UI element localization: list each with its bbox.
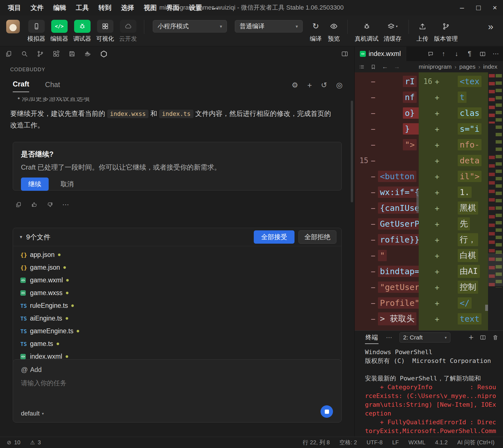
- tab-chat[interactable]: Chat: [45, 81, 60, 92]
- status-item[interactable]: 空格: 2: [339, 439, 357, 446]
- status-item[interactable]: 4.1.2: [435, 439, 448, 446]
- stop-generation-button[interactable]: [321, 405, 333, 418]
- file-row[interactable]: TSruleEngine.ts: [13, 299, 341, 312]
- mode-select[interactable]: 小程序模式 ▾: [153, 20, 227, 33]
- minimap[interactable]: [488, 72, 503, 330]
- tool-clear-cache[interactable]: ▾ 清缓存: [384, 20, 401, 43]
- file-row[interactable]: <>game.wxss: [13, 287, 341, 299]
- minimap-slider[interactable]: [488, 253, 503, 286]
- container-icon[interactable]: [84, 50, 91, 57]
- panel-scrollbar[interactable]: [351, 101, 353, 202]
- thumbs-down-icon[interactable]: [46, 202, 54, 208]
- minimize-button[interactable]: –: [454, 0, 470, 15]
- reject-all-button[interactable]: 全部拒绝: [298, 230, 336, 244]
- close-button[interactable]: ×: [487, 0, 503, 15]
- more-actions-icon[interactable]: ⋯: [493, 50, 499, 58]
- continue-button[interactable]: 继续: [21, 178, 49, 191]
- search-icon[interactable]: [21, 50, 28, 57]
- menu-item[interactable]: 界面: [166, 3, 179, 12]
- extensions-icon[interactable]: [53, 50, 60, 57]
- new-chat-icon[interactable]: +: [307, 81, 312, 90]
- save-icon[interactable]: [68, 50, 76, 57]
- file-row[interactable]: TSgameEngine.ts: [13, 325, 341, 337]
- forward-icon[interactable]: →: [394, 63, 400, 70]
- tool-debugger[interactable]: 调试器: [73, 20, 91, 43]
- copy-icon[interactable]: [14, 202, 23, 208]
- back-icon[interactable]: ←: [382, 63, 388, 70]
- menu-item[interactable]: 设置: [189, 3, 202, 12]
- source-control-icon[interactable]: [37, 50, 44, 57]
- tool-preview[interactable]: 预览: [327, 20, 340, 43]
- codebuddy-icon[interactable]: [100, 50, 108, 58]
- menu-item[interactable]: 编辑: [53, 3, 66, 12]
- toolbar-more-button[interactable]: »: [484, 21, 497, 32]
- file-row[interactable]: TSgame.ts: [13, 337, 341, 350]
- tool-version-control[interactable]: 版本管理: [434, 20, 458, 43]
- trash-icon[interactable]: [492, 334, 498, 341]
- file-row[interactable]: {}game.json: [13, 261, 341, 274]
- terminal-session-select[interactable]: 2: Craft ▾: [399, 332, 450, 343]
- add-context-button[interactable]: @ Add: [21, 366, 42, 374]
- menu-item[interactable]: 工具: [76, 3, 89, 12]
- menu-item[interactable]: 视图: [144, 3, 157, 12]
- arrow-down-icon[interactable]: ↓: [453, 50, 460, 58]
- more-actions-icon[interactable]: ⋯: [62, 201, 70, 209]
- status-item[interactable]: LF: [392, 439, 399, 446]
- task-input-box[interactable]: @ Add 请输入你的任务 default ▾: [13, 359, 342, 423]
- outline-icon[interactable]: [359, 64, 365, 70]
- breadcrumb-item[interactable]: pages: [459, 63, 476, 70]
- model-select[interactable]: default ▾: [21, 410, 44, 417]
- diff-added-column[interactable]: 16+<tex+t+clas+s="i+nfo-+deta+il">+1.+黑棋…: [419, 72, 488, 330]
- compile-mode-select[interactable]: 普通编译 ▾: [235, 20, 303, 33]
- panel-layout-icon[interactable]: [341, 50, 348, 57]
- pilcrow-icon[interactable]: ¶: [467, 50, 473, 58]
- problems-indicator[interactable]: ⊘ 10 ⚠ 3: [7, 439, 41, 446]
- tool-compile[interactable]: ↻ 编译: [309, 20, 322, 43]
- menu-item[interactable]: 项目: [8, 3, 21, 12]
- comment-icon[interactable]: [427, 51, 434, 57]
- cancel-button[interactable]: 取消: [61, 180, 74, 189]
- new-terminal-icon[interactable]: +: [468, 333, 474, 342]
- breadcrumb-item[interactable]: miniprogram: [419, 63, 452, 70]
- thumbs-up-icon[interactable]: [30, 202, 38, 208]
- more-actions-icon[interactable]: ⋯: [386, 334, 392, 341]
- tab-terminal[interactable]: 终端: [365, 331, 379, 344]
- file-row[interactable]: <>game.wxml: [13, 274, 341, 287]
- accept-all-button[interactable]: 全部接受: [254, 230, 295, 244]
- user-avatar[interactable]: [6, 20, 20, 33]
- tab-index-wxml[interactable]: <> index.wxml: [355, 47, 406, 61]
- tool-visualization[interactable]: 可视化: [96, 20, 114, 43]
- status-item[interactable]: AI 问答 (Ctrl+I): [457, 439, 495, 446]
- maximize-button[interactable]: □: [470, 0, 487, 15]
- menu-item[interactable]: 转到: [98, 3, 111, 12]
- scrollbar-thumb[interactable]: [485, 305, 488, 311]
- tab-craft[interactable]: Craft: [13, 80, 29, 92]
- chevron-down-icon[interactable]: ▾: [20, 234, 22, 240]
- target-icon[interactable]: ◎: [336, 81, 343, 90]
- diff-deleted-column[interactable]: −rI−nf−o}−}−">15−−<button−wx:if="{−{canI…: [355, 72, 419, 330]
- status-item[interactable]: 行 22, 列 8: [303, 439, 330, 446]
- menu-item[interactable]: 文件: [31, 3, 44, 12]
- file-row[interactable]: {}app.json: [13, 248, 341, 261]
- breadcrumb-item[interactable]: index: [483, 63, 497, 70]
- file-row[interactable]: TSaiEngine.ts: [13, 312, 341, 325]
- arrow-up-icon[interactable]: ↑: [440, 50, 447, 58]
- status-item[interactable]: WXML: [409, 439, 425, 446]
- menu-item[interactable]: 选择: [121, 3, 134, 12]
- status-item[interactable]: UTF-8: [367, 439, 383, 446]
- scrollbar-thumb[interactable]: [416, 191, 419, 213]
- tool-editor[interactable]: </> 编辑器: [50, 20, 68, 43]
- history-icon[interactable]: ↺: [321, 81, 327, 90]
- menu-item[interactable]: …: [212, 3, 218, 12]
- tool-cloud-dev[interactable]: 云开发: [119, 20, 137, 43]
- gear-icon[interactable]: ⚙: [292, 81, 298, 90]
- tool-upload[interactable]: 上传: [416, 20, 429, 43]
- split-editor-icon[interactable]: [480, 51, 486, 57]
- terminal-output[interactable]: Windows PowerShell版权所有 (C) Microsoft Cor…: [355, 344, 503, 435]
- bookmark-icon[interactable]: [370, 64, 376, 70]
- terminal-session-value: 2: Craft: [403, 334, 423, 341]
- files-icon[interactable]: [5, 50, 12, 57]
- tool-simulator[interactable]: 模拟器: [27, 20, 45, 43]
- tool-device-debug[interactable]: 真机调试: [355, 20, 379, 43]
- split-terminal-icon[interactable]: [480, 334, 486, 341]
